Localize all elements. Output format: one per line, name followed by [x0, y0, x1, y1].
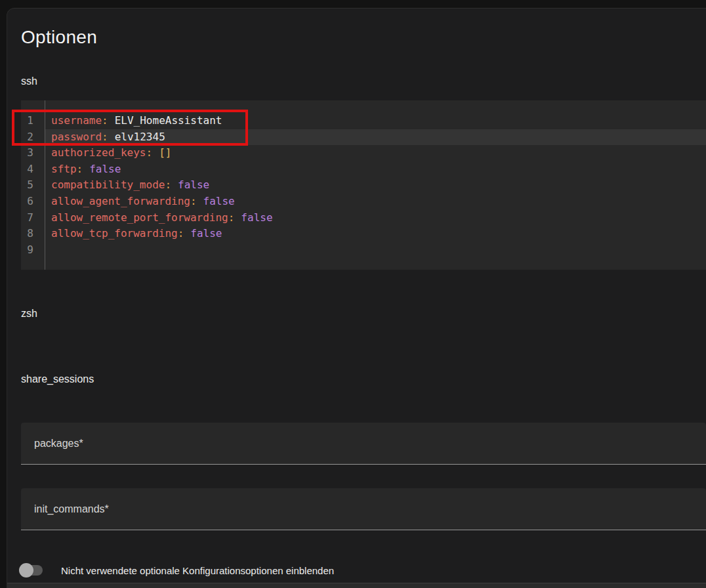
ssh-yaml-editor[interactable]: 1 username:ELV_HomeAssistant 2 password:… — [21, 100, 706, 270]
line-number: 9 — [21, 242, 45, 259]
card-footer-divider — [7, 583, 706, 588]
line-number: 4 — [21, 161, 45, 178]
show-unused-options-row: Nicht verwendete optionale Konfiguration… — [19, 558, 334, 582]
line-number: 5 — [21, 177, 45, 194]
code-line-2[interactable]: 2 password:elv12345 — [21, 129, 706, 146]
init-commands-field-label: init_commands* — [34, 503, 109, 515]
line-number: 3 — [21, 145, 45, 161]
ssh-section-label: ssh — [21, 75, 37, 87]
packages-field-label: packages* — [34, 438, 83, 450]
options-card: Optionen ssh 1 username:ELV_HomeAssistan… — [7, 8, 706, 588]
zsh-section-label: zsh — [21, 307, 37, 320]
code-line-1[interactable]: 1 username:ELV_HomeAssistant — [21, 113, 706, 129]
code-line-8[interactable]: 8 allow_tcp_forwarding:false — [21, 226, 706, 242]
line-number: 2 — [21, 129, 45, 146]
show-unused-options-label: Nicht verwendete optionale Konfiguration… — [61, 565, 334, 576]
active-code-line: password:elv12345 — [45, 129, 706, 146]
code-line-7[interactable]: 7 allow_remote_port_forwarding:false — [21, 210, 706, 226]
page-title: Optionen — [21, 26, 97, 49]
code-line-6[interactable]: 6 allow_agent_forwarding:false — [21, 194, 706, 210]
code-line-3[interactable]: 3 authorized_keys:[] — [21, 145, 706, 161]
packages-field[interactable]: packages* — [21, 423, 706, 465]
line-number: 7 — [21, 210, 45, 226]
init-commands-field[interactable]: init_commands* — [21, 488, 706, 530]
editor-gutter-divider — [45, 100, 45, 270]
code-line-4[interactable]: 4 sftp:false — [21, 161, 706, 178]
toggle-thumb — [19, 563, 33, 578]
line-number: 1 — [21, 113, 45, 129]
show-unused-options-toggle[interactable] — [19, 562, 49, 578]
code-line-9[interactable]: 9 — [21, 242, 706, 259]
share-sessions-section-label: share_sessions — [21, 373, 94, 385]
line-number: 6 — [21, 194, 45, 210]
code-line-5[interactable]: 5 compatibility_mode:false — [21, 177, 706, 194]
line-number: 8 — [21, 226, 45, 242]
